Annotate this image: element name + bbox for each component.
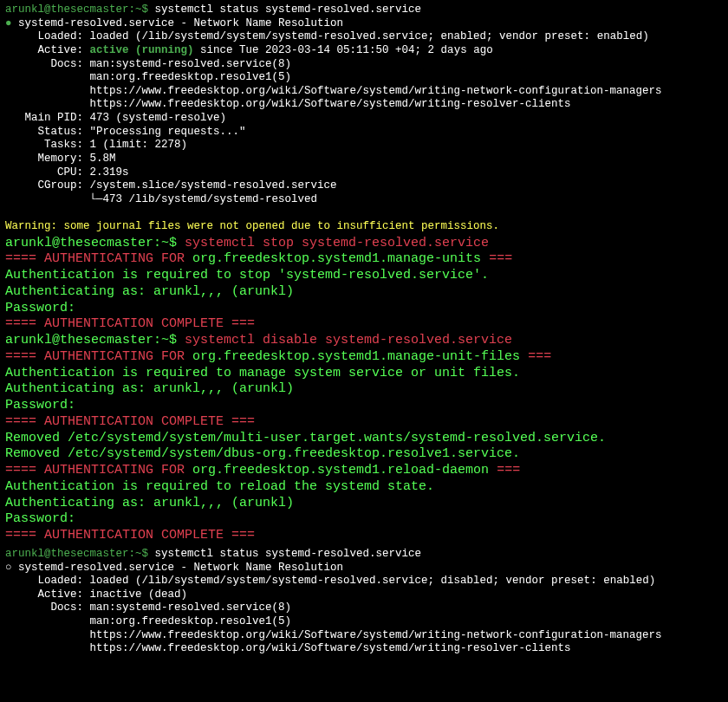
pid-value: 473 (systemd-resolve) [90,112,227,124]
auth-header: ==== AUTHENTICATING FOR [5,349,185,364]
auth-as: Authenticating as: arunkl,,, (arunkl) [5,284,294,299]
auth-unit: org.freedesktop.systemd1.manage-unit-fil… [192,349,520,364]
auth-end: === [489,251,512,266]
auth-message: Authentication is required to reload the… [5,479,434,494]
loaded-value: loaded (/lib/systemd/system/systemd-reso… [90,575,656,587]
auth-message: Authentication is required to stop 'syst… [5,268,489,283]
shell-prompt: arunkl@thesecmaster:~$ [5,333,177,348]
docs-label: Docs: [5,601,83,614]
cgroup-tree: └─473 /lib/systemd/systemd-resolved [5,193,317,205]
doc-item: man:systemd-resolved.service(8) [90,58,292,70]
password-prompt: Password: [5,398,75,413]
active-label: Active: [5,44,83,56]
auth-end: === [528,349,551,364]
auth-complete: ==== AUTHENTICATION COMPLETE === [5,316,255,331]
auth-as: Authenticating as: arunkl,,, (arunkl) [5,496,294,510]
password-prompt: Password: [5,511,75,526]
doc-item: man:systemd-resolved.service(8) [90,601,292,614]
cpu-label: CPU: [5,166,83,179]
status-output-2: arunkl@thesecmaster:~$ systemctl status … [5,544,723,656]
active-value: active (running) [90,44,194,56]
pid-label: Main PID: [5,112,83,124]
loaded-value: loaded (/lib/systemd/system/systemd-reso… [90,30,649,42]
auth-unit: org.freedesktop.systemd1.manage-units [192,251,481,266]
bullet-icon: ○ [5,562,12,574]
doc-item: https://www.freedesktop.org/wiki/Softwar… [5,629,662,641]
warning-text: Warning: some journal files were not ope… [5,220,499,232]
password-prompt: Password: [5,301,75,315]
auth-complete: ==== AUTHENTICATION COMPLETE === [5,528,255,543]
terminal-window[interactable]: arunkl@thesecmaster:~$ systemctl status … [0,0,728,660]
loaded-label: Loaded: [5,30,83,42]
command-text: systemctl disable systemd-resolved.servi… [185,333,512,348]
status-value: "Processing requests..." [90,126,246,138]
stop-command-block: arunkl@thesecmaster:~$ systemctl stop sy… [5,234,723,334]
memory-label: Memory: [5,153,83,165]
disable-command-block: arunkl@thesecmaster:~$ systemctl disable… [5,333,723,544]
auth-complete: ==== AUTHENTICATION COMPLETE === [5,414,255,429]
active-label: Active: [5,588,83,601]
shell-prompt: arunkl@thesecmaster:~$ [5,548,148,560]
tasks-label: Tasks: [5,139,83,151]
shell-prompt: arunkl@thesecmaster:~$ [5,3,148,16]
docs-label: Docs: [5,58,83,70]
status-output-1: arunkl@thesecmaster:~$ systemctl status … [5,3,723,234]
removed-line: Removed /etc/systemd/system/dbus-org.fre… [5,446,520,461]
service-title: systemd-resolved.service - Network Name … [18,562,343,574]
shell-prompt: arunkl@thesecmaster:~$ [5,236,177,250]
loaded-label: Loaded: [5,575,83,587]
command-text: systemctl stop systemd-resolved.service [185,236,489,250]
active-value: inactive (dead) [90,588,188,601]
auth-as: Authenticating as: arunkl,,, (arunkl) [5,381,294,396]
command-text: systemctl status systemd-resolved.servic… [155,548,422,560]
auth-unit: org.freedesktop.systemd1.reload-daemon [192,463,489,478]
doc-item: https://www.freedesktop.org/wiki/Softwar… [5,85,662,97]
active-since: since Tue 2023-03-14 05:11:50 +04; 2 day… [200,44,493,56]
cgroup-value: /system.slice/systemd-resolved.service [90,179,337,192]
memory-value: 5.8M [90,153,116,165]
command-text: systemctl status systemd-resolved.servic… [155,3,422,16]
auth-end: === [497,463,520,478]
auth-message: Authentication is required to manage sys… [5,366,520,380]
service-title: systemd-resolved.service - Network Name … [18,17,343,29]
doc-item: man:org.freedesktop.resolve1(5) [5,615,291,627]
auth-header: ==== AUTHENTICATING FOR [5,463,185,478]
status-label: Status: [5,126,83,138]
removed-line: Removed /etc/systemd/system/multi-user.t… [5,431,606,445]
doc-item: https://www.freedesktop.org/wiki/Softwar… [5,98,571,110]
bullet-icon: ● [5,17,12,29]
auth-header: ==== AUTHENTICATING FOR [5,251,185,266]
doc-item: https://www.freedesktop.org/wiki/Softwar… [5,642,571,654]
doc-item: man:org.freedesktop.resolve1(5) [5,71,291,83]
cpu-value: 2.319s [90,166,129,179]
cgroup-label: CGroup: [5,179,83,192]
tasks-value: 1 (limit: 2278) [90,139,188,151]
